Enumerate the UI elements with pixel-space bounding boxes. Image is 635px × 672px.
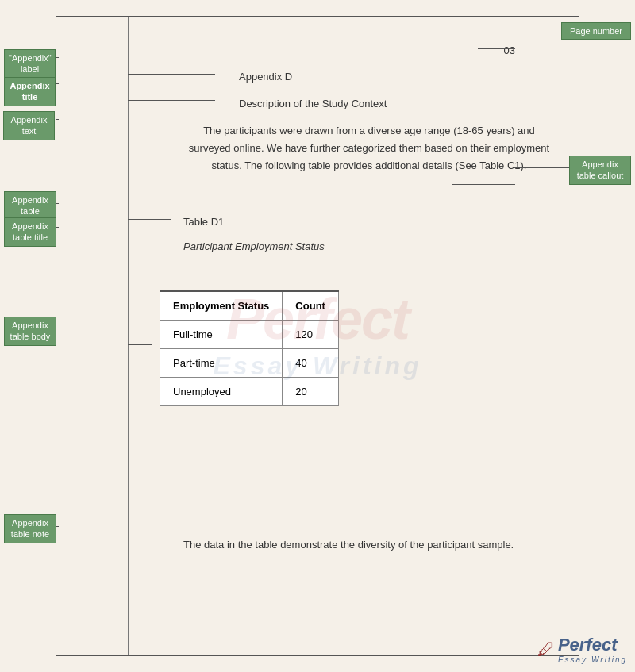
appendix-title-text: Description of the Study Context — [239, 98, 387, 109]
appendix-label-text: Appendix D — [239, 71, 292, 83]
table-number-text: Table D1 — [183, 216, 224, 228]
table-row: Part-time 40 — [160, 349, 339, 378]
lbl-arrow-tbl-title — [56, 227, 59, 228]
table-number-arrow-line — [128, 219, 171, 220]
table-cell-count-1: 120 — [283, 321, 339, 349]
table-note-arrow-line — [128, 543, 171, 543]
appendix-text-arrow-line — [128, 136, 171, 136]
table-title-arrow-line — [128, 244, 171, 244]
lbl-arrow-tbl-body — [56, 328, 59, 328]
table-title-text: Participant Employment Status — [183, 240, 325, 252]
logo-area: 🖊 Perfect Essay Writing — [537, 635, 627, 664]
appendix-table-callout-label-box: Appendix table callout — [569, 156, 631, 185]
page-container: Perfect Essay Writing 03 Appendix D Desc… — [0, 0, 635, 672]
appendix-title-label-box: Appendix title — [4, 77, 56, 106]
table-body-arrow-line — [128, 344, 152, 345]
page-number-label-box: Page number — [561, 22, 631, 40]
lbl-arrow-tbl-num — [56, 203, 59, 204]
appendix-label-box: "Appendix" label — [4, 49, 56, 79]
logo-text-sub: Essay Writing — [558, 655, 627, 664]
table-row: Full-time 120 — [160, 321, 339, 349]
lbl-arrow-tbl-note — [56, 526, 59, 527]
table-header-status: Employment Status — [160, 291, 283, 321]
lbl-arrow-title — [56, 83, 59, 84]
lbl-arrow-appendix — [56, 57, 59, 58]
table-header-count: Count — [283, 291, 339, 321]
appendix-label-arrow-line — [128, 74, 215, 75]
doc-area: Perfect Essay Writing 03 Appendix D Desc… — [56, 16, 579, 656]
page-number-value: 03 — [504, 44, 515, 56]
callout-arrow-line — [452, 184, 515, 185]
table-cell-status-3: Unemployed — [160, 378, 283, 406]
logo-icon: 🖊 — [537, 639, 555, 660]
table-cell-status-2: Part-time — [160, 349, 283, 378]
appendix-table-note-label-box: Appendix table note — [4, 514, 56, 543]
appendix-table-body-label-box: Appendix table body — [4, 317, 56, 346]
callout-horiz-line — [514, 167, 569, 168]
page-number-arrow — [478, 48, 515, 49]
table-cell-count-2: 40 — [283, 349, 339, 378]
data-table: Employment Status Count Full-time 120 Pa… — [160, 290, 339, 406]
logo-text-perfect: Perfect — [558, 635, 618, 655]
vertical-guide-line — [128, 17, 129, 655]
table-cell-status-1: Full-time — [160, 321, 283, 349]
table-row: Unemployed 20 — [160, 378, 339, 406]
appendix-body-text: The participants were drawn from a diver… — [183, 122, 555, 175]
page-num-horiz-line — [514, 33, 561, 33]
appendix-text-label-box: Appendix text — [3, 111, 55, 140]
table-cell-count-3: 20 — [283, 378, 339, 406]
table-note-text: The data in the table demonstrate the di… — [183, 539, 555, 551]
logo-right: Perfect Essay Writing — [558, 635, 627, 664]
appendix-title-arrow-line — [128, 100, 215, 101]
lbl-arrow-text — [56, 119, 59, 120]
appendix-table-title-label-box: Appendix table title — [4, 217, 56, 247]
